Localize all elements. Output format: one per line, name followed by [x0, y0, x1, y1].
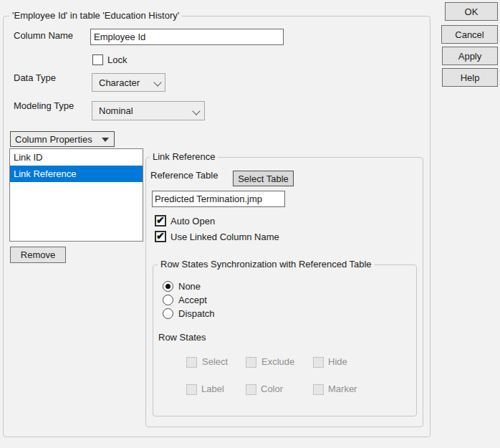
apply-button[interactable]: Apply	[442, 47, 498, 65]
properties-listbox: Link ID Link Reference	[9, 148, 143, 242]
radio-none[interactable]	[163, 281, 173, 292]
exclude-checkbox-label: Exclude	[261, 356, 294, 367]
data-type-label: Data Type	[14, 72, 56, 83]
marker-checkbox-disabled	[313, 384, 324, 395]
marker-checkbox-label: Marker	[328, 383, 357, 394]
select-checkbox-label: Select	[202, 356, 228, 367]
select-table-button[interactable]: Select Table	[233, 171, 294, 186]
chevron-down-icon	[192, 107, 200, 115]
chevron-down-icon	[153, 78, 161, 86]
reference-table-input[interactable]	[152, 191, 285, 207]
radio-none-label[interactable]: None	[178, 281, 201, 292]
radio-dispatch[interactable]	[163, 308, 173, 319]
data-type-combobox[interactable]: Character	[92, 73, 165, 92]
column-properties-button[interactable]: Column Properties	[10, 131, 115, 147]
radio-dispatch-label[interactable]: Dispatch	[178, 308, 215, 319]
link-reference-title: Link Reference	[150, 151, 218, 163]
auto-open-label[interactable]: Auto Open	[170, 216, 215, 227]
label-checkbox-label: Label	[201, 383, 224, 394]
exclude-checkbox-disabled	[246, 357, 256, 368]
help-button[interactable]: Help	[442, 68, 498, 87]
modeling-type-value: Nominal	[92, 105, 133, 116]
lock-checkbox[interactable]	[92, 54, 103, 65]
data-type-value: Character	[92, 77, 140, 88]
select-checkbox-disabled	[186, 357, 197, 368]
column-name-input[interactable]	[90, 29, 284, 45]
dialog-title: 'Employee Id' in table 'Education Histor…	[9, 10, 182, 22]
radio-accept-label[interactable]: Accept	[178, 295, 207, 305]
cancel-button[interactable]: Cancel	[441, 25, 498, 44]
list-item-link-reference[interactable]: Link Reference	[10, 166, 143, 182]
hide-checkbox-disabled	[313, 357, 324, 368]
column-name-label: Column Name	[14, 30, 73, 41]
use-linked-column-name-checkbox[interactable]	[155, 231, 166, 242]
label-checkbox-disabled	[186, 384, 197, 395]
row-states-label: Row States	[158, 332, 206, 343]
row-states-sync-title: Row States Synchronization with Referenc…	[158, 259, 375, 270]
list-item-link-id[interactable]: Link ID	[10, 149, 143, 166]
radio-accept[interactable]	[163, 295, 173, 305]
modeling-type-combobox[interactable]: Nominal	[92, 101, 205, 120]
color-checkbox-label: Color	[261, 383, 283, 394]
auto-open-checkbox[interactable]	[155, 215, 166, 227]
use-linked-column-name-label[interactable]: Use Linked Column Name	[170, 232, 279, 242]
reference-table-label: Reference Table	[150, 170, 218, 181]
column-properties-label: Column Properties	[15, 134, 92, 145]
modeling-type-label: Modeling Type	[14, 100, 74, 111]
lock-label[interactable]: Lock	[107, 54, 127, 65]
ok-button[interactable]: OK	[445, 2, 498, 21]
color-checkbox-disabled	[246, 384, 256, 395]
hide-checkbox-label: Hide	[328, 356, 347, 367]
triangle-down-icon	[102, 138, 109, 142]
remove-button[interactable]: Remove	[10, 247, 66, 263]
